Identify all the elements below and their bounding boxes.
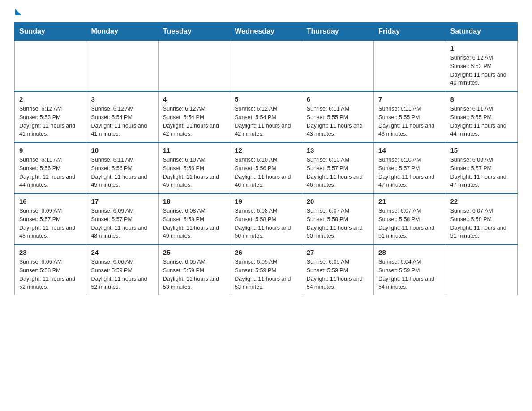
day-number: 26 (235, 248, 297, 256)
day-info: Sunrise: 6:10 AMSunset: 5:56 PMDaylight:… (235, 156, 297, 189)
calendar-cell: 18Sunrise: 6:08 AMSunset: 5:58 PMDayligh… (158, 193, 230, 244)
day-info: Sunrise: 6:09 AMSunset: 5:57 PMDaylight:… (91, 207, 153, 240)
calendar-week-row: 9Sunrise: 6:11 AMSunset: 5:56 PMDaylight… (15, 142, 518, 193)
calendar-cell: 28Sunrise: 6:04 AMSunset: 5:59 PMDayligh… (374, 244, 446, 295)
day-info: Sunrise: 6:10 AMSunset: 5:56 PMDaylight:… (163, 156, 225, 189)
day-info: Sunrise: 6:11 AMSunset: 5:55 PMDaylight:… (450, 105, 513, 138)
day-number: 22 (450, 197, 513, 205)
logo (14, 11, 21, 15)
day-info: Sunrise: 6:12 AMSunset: 5:54 PMDaylight:… (235, 105, 297, 138)
logo-triangle-icon (15, 9, 21, 15)
day-info: Sunrise: 6:06 AMSunset: 5:58 PMDaylight:… (19, 258, 82, 291)
day-info: Sunrise: 6:08 AMSunset: 5:58 PMDaylight:… (163, 207, 225, 240)
day-info: Sunrise: 6:06 AMSunset: 5:59 PMDaylight:… (91, 258, 153, 291)
calendar-cell: 2Sunrise: 6:12 AMSunset: 5:53 PMDaylight… (15, 91, 86, 142)
day-number: 23 (19, 248, 82, 256)
day-number: 10 (91, 146, 153, 154)
calendar-cell (86, 40, 158, 91)
calendar-cell: 7Sunrise: 6:11 AMSunset: 5:55 PMDaylight… (374, 91, 446, 142)
day-info: Sunrise: 6:05 AMSunset: 5:59 PMDaylight:… (307, 258, 369, 291)
day-number: 12 (235, 146, 297, 154)
calendar-week-row: 2Sunrise: 6:12 AMSunset: 5:53 PMDaylight… (15, 91, 518, 142)
page-header (14, 11, 518, 15)
day-number: 9 (19, 146, 82, 154)
day-info: Sunrise: 6:07 AMSunset: 5:58 PMDaylight:… (450, 207, 513, 240)
day-info: Sunrise: 6:12 AMSunset: 5:53 PMDaylight:… (19, 105, 82, 138)
day-info: Sunrise: 6:11 AMSunset: 5:56 PMDaylight:… (91, 156, 153, 189)
day-number: 5 (235, 95, 297, 103)
calendar-cell: 24Sunrise: 6:06 AMSunset: 5:59 PMDayligh… (86, 244, 158, 295)
calendar-cell: 14Sunrise: 6:10 AMSunset: 5:57 PMDayligh… (374, 142, 446, 193)
weekday-header-sunday: Sunday (15, 23, 86, 41)
day-number: 3 (91, 95, 153, 103)
calendar-cell: 11Sunrise: 6:10 AMSunset: 5:56 PMDayligh… (158, 142, 230, 193)
day-number: 19 (235, 197, 297, 205)
day-number: 25 (163, 248, 225, 256)
day-number: 16 (19, 197, 82, 205)
weekday-header-monday: Monday (86, 23, 158, 41)
day-info: Sunrise: 6:10 AMSunset: 5:57 PMDaylight:… (307, 156, 369, 189)
day-info: Sunrise: 6:10 AMSunset: 5:57 PMDaylight:… (378, 156, 441, 189)
calendar-cell: 26Sunrise: 6:05 AMSunset: 5:59 PMDayligh… (230, 244, 302, 295)
calendar-cell: 13Sunrise: 6:10 AMSunset: 5:57 PMDayligh… (302, 142, 373, 193)
calendar-cell (374, 40, 446, 91)
day-number: 8 (450, 95, 513, 103)
day-number: 17 (91, 197, 153, 205)
calendar-week-row: 23Sunrise: 6:06 AMSunset: 5:58 PMDayligh… (15, 244, 518, 295)
day-number: 14 (378, 146, 441, 154)
calendar-cell (446, 244, 517, 295)
calendar-cell: 16Sunrise: 6:09 AMSunset: 5:57 PMDayligh… (15, 193, 86, 244)
calendar-cell: 8Sunrise: 6:11 AMSunset: 5:55 PMDaylight… (446, 91, 517, 142)
calendar-cell: 1Sunrise: 6:12 AMSunset: 5:53 PMDaylight… (446, 40, 517, 91)
calendar-cell: 22Sunrise: 6:07 AMSunset: 5:58 PMDayligh… (446, 193, 517, 244)
calendar-cell (230, 40, 302, 91)
calendar-cell: 21Sunrise: 6:07 AMSunset: 5:58 PMDayligh… (374, 193, 446, 244)
day-number: 4 (163, 95, 225, 103)
calendar-cell: 3Sunrise: 6:12 AMSunset: 5:54 PMDaylight… (86, 91, 158, 142)
calendar-cell: 6Sunrise: 6:11 AMSunset: 5:55 PMDaylight… (302, 91, 373, 142)
day-number: 15 (450, 146, 513, 154)
calendar-cell (15, 40, 86, 91)
day-number: 21 (378, 197, 441, 205)
day-info: Sunrise: 6:05 AMSunset: 5:59 PMDaylight:… (235, 258, 297, 291)
day-info: Sunrise: 6:07 AMSunset: 5:58 PMDaylight:… (307, 207, 369, 240)
calendar-week-row: 1Sunrise: 6:12 AMSunset: 5:53 PMDaylight… (15, 40, 518, 91)
calendar-table: SundayMondayTuesdayWednesdayThursdayFrid… (14, 22, 518, 295)
calendar-cell: 27Sunrise: 6:05 AMSunset: 5:59 PMDayligh… (302, 244, 373, 295)
day-number: 7 (378, 95, 441, 103)
day-number: 20 (307, 197, 369, 205)
calendar-cell: 10Sunrise: 6:11 AMSunset: 5:56 PMDayligh… (86, 142, 158, 193)
calendar-cell: 20Sunrise: 6:07 AMSunset: 5:58 PMDayligh… (302, 193, 373, 244)
day-number: 13 (307, 146, 369, 154)
day-info: Sunrise: 6:09 AMSunset: 5:57 PMDaylight:… (450, 156, 513, 189)
weekday-header-saturday: Saturday (446, 23, 517, 41)
calendar-cell: 9Sunrise: 6:11 AMSunset: 5:56 PMDaylight… (15, 142, 86, 193)
day-info: Sunrise: 6:07 AMSunset: 5:58 PMDaylight:… (378, 207, 441, 240)
day-info: Sunrise: 6:12 AMSunset: 5:54 PMDaylight:… (163, 105, 225, 138)
calendar-cell: 17Sunrise: 6:09 AMSunset: 5:57 PMDayligh… (86, 193, 158, 244)
day-number: 11 (163, 146, 225, 154)
calendar-cell: 23Sunrise: 6:06 AMSunset: 5:58 PMDayligh… (15, 244, 86, 295)
day-number: 27 (307, 248, 369, 256)
calendar-cell (302, 40, 373, 91)
calendar-cell: 5Sunrise: 6:12 AMSunset: 5:54 PMDaylight… (230, 91, 302, 142)
calendar-cell (158, 40, 230, 91)
day-info: Sunrise: 6:11 AMSunset: 5:56 PMDaylight:… (19, 156, 82, 189)
day-number: 6 (307, 95, 369, 103)
calendar-cell: 25Sunrise: 6:05 AMSunset: 5:59 PMDayligh… (158, 244, 230, 295)
day-number: 1 (450, 44, 513, 52)
day-info: Sunrise: 6:04 AMSunset: 5:59 PMDaylight:… (378, 258, 441, 291)
calendar-cell: 15Sunrise: 6:09 AMSunset: 5:57 PMDayligh… (446, 142, 517, 193)
day-info: Sunrise: 6:08 AMSunset: 5:58 PMDaylight:… (235, 207, 297, 240)
day-info: Sunrise: 6:11 AMSunset: 5:55 PMDaylight:… (307, 105, 369, 138)
day-info: Sunrise: 6:09 AMSunset: 5:57 PMDaylight:… (19, 207, 82, 240)
weekday-header-thursday: Thursday (302, 23, 373, 41)
day-number: 2 (19, 95, 82, 103)
calendar-week-row: 16Sunrise: 6:09 AMSunset: 5:57 PMDayligh… (15, 193, 518, 244)
weekday-header-row: SundayMondayTuesdayWednesdayThursdayFrid… (15, 23, 518, 41)
weekday-header-tuesday: Tuesday (158, 23, 230, 41)
calendar-cell: 19Sunrise: 6:08 AMSunset: 5:58 PMDayligh… (230, 193, 302, 244)
calendar-cell: 4Sunrise: 6:12 AMSunset: 5:54 PMDaylight… (158, 91, 230, 142)
day-info: Sunrise: 6:11 AMSunset: 5:55 PMDaylight:… (378, 105, 441, 138)
calendar-cell: 12Sunrise: 6:10 AMSunset: 5:56 PMDayligh… (230, 142, 302, 193)
